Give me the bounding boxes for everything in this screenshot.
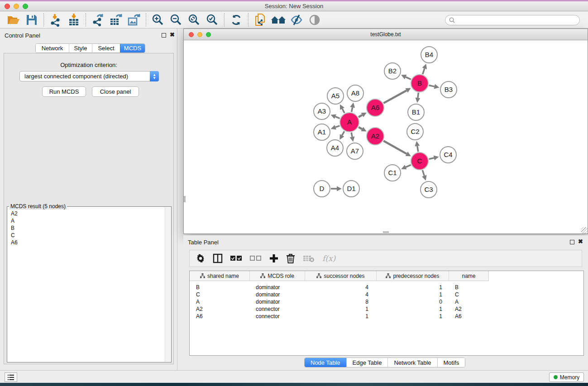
- zoom-selected-button[interactable]: [203, 13, 221, 27]
- close-panel-icon[interactable]: ✖: [170, 31, 175, 38]
- graph-edge-B-B4[interactable]: [423, 68, 425, 74]
- delete-table-button[interactable]: [303, 254, 315, 262]
- network-graph[interactable]: AA1A2A3A4A5A6A7A8BB1B2B3B4CC1C2C3C4DD1: [184, 40, 588, 234]
- float-panel-icon[interactable]: [570, 240, 574, 244]
- import-table-button[interactable]: [65, 13, 83, 27]
- close-panel-button[interactable]: Close panel: [92, 86, 139, 97]
- graph-edge-C-C3[interactable]: [422, 170, 424, 176]
- export-network-button[interactable]: [89, 13, 107, 27]
- search-field[interactable]: [445, 15, 580, 25]
- select-all-button[interactable]: [230, 256, 242, 261]
- graph-edge-A2-C[interactable]: [383, 141, 406, 154]
- graph-edge-B-B2[interactable]: [406, 77, 411, 79]
- graph-edge-C-C1[interactable]: [406, 165, 411, 167]
- graph-edge-A-A7[interactable]: [351, 133, 352, 137]
- tab-network-table[interactable]: Network Table: [387, 358, 437, 367]
- zoom-out-button[interactable]: [167, 13, 185, 27]
- graph-edge-C-C2[interactable]: [417, 146, 418, 152]
- search-input[interactable]: [457, 17, 576, 23]
- tab-select[interactable]: Select: [92, 44, 120, 52]
- tab-style[interactable]: Style: [69, 44, 92, 52]
- close-network-window-button[interactable]: [189, 32, 194, 37]
- graph-edge-B-B3[interactable]: [429, 85, 435, 86]
- column-header-shared-name[interactable]: shared name: [190, 271, 249, 281]
- graph-edge-B-B1[interactable]: [418, 93, 418, 98]
- list-scrollbar[interactable]: [165, 207, 171, 362]
- show-panels-button[interactable]: [5, 372, 17, 382]
- graph-edge-A6-B[interactable]: [383, 91, 406, 103]
- graph-node-label: D: [320, 185, 325, 192]
- function-builder-button[interactable]: f(x): [322, 254, 335, 263]
- zoom-fit-button[interactable]: [185, 13, 203, 27]
- graph-edge-arrowhead: [350, 137, 355, 142]
- home-button[interactable]: [269, 13, 287, 27]
- hide-graphics-details-button[interactable]: [287, 13, 306, 27]
- eye-button[interactable]: [306, 13, 324, 27]
- table-row[interactable]: C dominator 4 1 C: [190, 291, 583, 298]
- tab-node-table[interactable]: Node Table: [305, 358, 346, 367]
- minimize-network-window-button[interactable]: [197, 32, 202, 37]
- node-table[interactable]: shared name MCDS role successor nodes pr…: [189, 271, 584, 356]
- horizontal-scrollbar-thumb[interactable]: [383, 231, 389, 233]
- memory-button[interactable]: Memory: [549, 372, 584, 382]
- table-row[interactable]: A6 connector 1 1 A6: [190, 313, 583, 320]
- tab-motifs[interactable]: Motifs: [437, 358, 465, 367]
- vertical-scrollbar-thumb[interactable]: [184, 196, 186, 202]
- zoom-network-window-button[interactable]: [206, 32, 211, 37]
- graph-edge-A-A3[interactable]: [335, 117, 340, 119]
- add-column-button[interactable]: [269, 254, 278, 263]
- graph-edge-arrowhead: [422, 175, 426, 181]
- refresh-button[interactable]: [227, 13, 245, 27]
- float-panel-icon[interactable]: [162, 33, 166, 38]
- close-panel-icon[interactable]: ✖: [578, 238, 583, 245]
- columns-icon: [213, 253, 223, 263]
- tab-mcds[interactable]: MCDS: [120, 44, 145, 52]
- graph-edge-A-A2[interactable]: [359, 127, 362, 129]
- network-window-titlebar[interactable]: testGlobe.txt: [184, 29, 588, 40]
- network-canvas[interactable]: AA1A2A3A4A5A6A7A8BB1B2B3B4CC1C2C3C4DD1: [184, 40, 588, 234]
- zoom-window-button[interactable]: [23, 4, 28, 9]
- column-header-predecessor-nodes[interactable]: predecessor nodes: [376, 271, 449, 281]
- resize-grip[interactable]: [581, 227, 588, 234]
- graph-edge-arrowhead: [434, 156, 439, 161]
- column-header-mcds-role[interactable]: MCDS role: [249, 271, 305, 281]
- show-columns-button[interactable]: [213, 253, 223, 263]
- tab-edge-table[interactable]: Edge Table: [346, 358, 388, 367]
- close-window-button[interactable]: [5, 4, 10, 9]
- run-mcds-button[interactable]: Run MCDS: [42, 86, 86, 97]
- table-row[interactable]: A2 connector 1 1 A2: [190, 305, 583, 313]
- save-session-button[interactable]: [23, 13, 41, 27]
- graph-edge-A-A5[interactable]: [342, 109, 344, 113]
- column-header-successor-nodes[interactable]: successor nodes: [305, 271, 376, 281]
- tab-network[interactable]: Network: [36, 44, 69, 52]
- copy-network-button[interactable]: [251, 13, 269, 27]
- column-type-icon: [316, 273, 321, 278]
- list-item[interactable]: A6: [11, 239, 165, 246]
- delete-column-button[interactable]: [286, 253, 295, 263]
- import-network-button[interactable]: [47, 13, 65, 27]
- graph-edge-A-A6[interactable]: [359, 115, 362, 117]
- table-settings-button[interactable]: [196, 254, 205, 263]
- zoom-selected-icon: [206, 14, 219, 26]
- deselect-all-button[interactable]: [250, 256, 262, 261]
- export-image-button[interactable]: [125, 13, 143, 27]
- table-row[interactable]: B dominator 4 1 B: [190, 284, 583, 291]
- graph-edge-A-A1[interactable]: [335, 126, 339, 127]
- graph-edge-C-C4[interactable]: [429, 158, 434, 159]
- export-table-button[interactable]: [107, 13, 125, 27]
- list-item[interactable]: A2: [11, 210, 165, 217]
- minimize-window-button[interactable]: [14, 4, 19, 9]
- open-session-button[interactable]: [5, 13, 23, 27]
- graph-edge-arrowhead: [350, 103, 355, 108]
- graph-edge-A-A8[interactable]: [352, 107, 353, 112]
- zoom-in-button[interactable]: [149, 13, 167, 27]
- optimization-criterion-dropdown[interactable]: largest connected component (directed) ▲…: [19, 71, 159, 81]
- table-row[interactable]: A dominator 8 0 A: [190, 298, 583, 305]
- list-item[interactable]: A: [11, 217, 165, 224]
- mcds-result-list[interactable]: A2 A B C A6: [8, 207, 165, 362]
- graph-edge-A-A4[interactable]: [342, 131, 344, 135]
- column-header-name[interactable]: name: [449, 271, 488, 281]
- list-item[interactable]: B: [11, 224, 165, 232]
- cell-predecessor-nodes: 0: [376, 299, 449, 305]
- list-item[interactable]: C: [11, 232, 165, 239]
